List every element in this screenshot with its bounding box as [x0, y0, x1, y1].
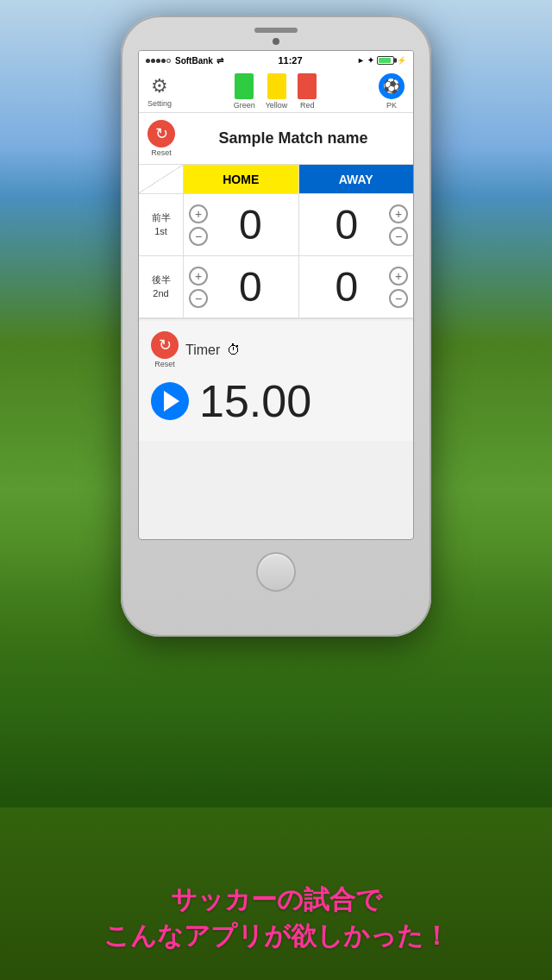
match-reset-label: Reset [151, 148, 172, 157]
bluetooth-icon: ✦ [367, 56, 374, 65]
timer-reset-label: Reset [154, 360, 175, 368]
first-half-en: 1st [154, 225, 167, 238]
gps-icon: ► [357, 56, 365, 65]
green-card-icon [235, 73, 254, 99]
away-1st-minus-button[interactable]: − [389, 227, 408, 246]
signal-dot-4 [161, 59, 166, 63]
home-1st-controls: + − [189, 204, 208, 246]
home-2nd-minus-button[interactable]: − [189, 289, 208, 308]
phone-bottom [256, 540, 296, 600]
timer-header: ↻ Reset Timer ⏱ [151, 331, 401, 368]
timer-section: ↻ Reset Timer ⏱ 15.00 [139, 321, 413, 441]
red-card-label: Red [300, 101, 315, 110]
away-2nd-controls: + − [389, 267, 408, 308]
pk-button[interactable]: ⚽ PK [379, 73, 405, 110]
away-2nd-plus-button[interactable]: + [389, 267, 408, 286]
first-half-label: 前半 1st [139, 194, 184, 255]
match-reset-icon: ↻ [147, 120, 175, 148]
bottom-text-line1: サッカーの試合で [0, 882, 552, 918]
home-2nd-controls: + − [189, 267, 208, 308]
second-half-row: 後半 2nd + − 0 0 + − [139, 256, 413, 318]
toolbar: ⚙ Setting Green Yellow Red ⚽ [139, 70, 413, 113]
signal-dot-2 [151, 59, 155, 63]
away-2nd-minus-button[interactable]: − [389, 289, 408, 308]
setting-label: Setting [147, 99, 172, 108]
home-2nd-cell: + − 0 [184, 256, 299, 317]
setting-button[interactable]: ⚙ Setting [147, 75, 172, 108]
yellow-card-button[interactable]: Yellow [266, 73, 288, 110]
home-1st-plus-button[interactable]: + [189, 204, 208, 223]
away-1st-score: 0 [304, 201, 390, 248]
second-half-ja: 後半 [152, 273, 171, 286]
battery-fill [379, 58, 391, 63]
timer-reset-icon: ↻ [151, 331, 179, 359]
away-1st-cell: 0 + − [299, 194, 414, 255]
soccer-ball-icon: ⚽ [379, 73, 405, 99]
match-reset-button[interactable]: ↻ Reset [147, 120, 175, 157]
battery-indicator [377, 56, 394, 65]
red-card-button[interactable]: Red [298, 73, 317, 110]
home-1st-cell: + − 0 [184, 194, 299, 255]
first-half-row: 前半 1st + − 0 0 + − [139, 194, 413, 256]
score-board: HOME AWAY 前半 1st + − 0 0 [139, 165, 413, 319]
away-header: AWAY [299, 165, 414, 194]
phone-speaker [254, 28, 298, 33]
timer-label: Timer [185, 342, 220, 358]
timer-display-row: 15.00 [151, 375, 401, 427]
home-1st-minus-button[interactable]: − [189, 227, 208, 246]
home-2nd-plus-button[interactable]: + [189, 267, 208, 286]
home-1st-score: 0 [208, 201, 293, 248]
match-name-section: ↻ Reset Sample Match name [139, 113, 413, 165]
charging-icon: ⚡ [397, 56, 406, 65]
signal-dot-5 [166, 59, 171, 63]
score-header: HOME AWAY [139, 165, 413, 194]
wifi-icon: ⇌ [216, 56, 223, 66]
signal-dot-1 [146, 59, 150, 63]
green-card-button[interactable]: Green [234, 73, 255, 110]
away-2nd-score: 0 [304, 263, 390, 311]
battery-tip [394, 59, 397, 63]
phone-top [121, 16, 431, 45]
pk-label: PK [386, 101, 397, 110]
green-card-label: Green [234, 101, 255, 110]
timer-reset-button[interactable]: ↻ Reset [151, 331, 179, 368]
signal-dot-3 [156, 59, 160, 63]
phone-frame: SoftBank ⇌ 11:27 ► ✦ ⚡ ⚙ Setting [121, 16, 431, 637]
red-card-icon [298, 73, 317, 99]
score-corner [139, 165, 184, 194]
yellow-card-label: Yellow [266, 101, 288, 110]
phone-camera [273, 38, 279, 45]
status-time: 11:27 [278, 55, 302, 66]
carrier-label: SoftBank [175, 56, 213, 66]
status-bar: SoftBank ⇌ 11:27 ► ✦ ⚡ [139, 51, 413, 70]
away-1st-plus-button[interactable]: + [389, 204, 408, 223]
home-button[interactable] [256, 552, 296, 592]
status-left: SoftBank ⇌ [146, 56, 223, 66]
bottom-text-container: サッカーの試合で こんなアプリが欲しかった！ [0, 882, 552, 954]
away-1st-controls: + − [389, 204, 408, 246]
status-right: ► ✦ ⚡ [357, 56, 406, 65]
bottom-text-line2: こんなアプリが欲しかった！ [0, 918, 552, 954]
stopwatch-icon: ⏱ [227, 342, 241, 358]
home-header: HOME [184, 165, 299, 194]
timer-value: 15.00 [199, 375, 311, 427]
second-half-label: 後半 2nd [139, 256, 184, 317]
gear-icon: ⚙ [151, 75, 168, 97]
second-half-en: 2nd [153, 287, 168, 300]
first-half-ja: 前半 [152, 211, 171, 224]
cards-group: Green Yellow Red [234, 73, 317, 110]
play-icon [164, 391, 179, 411]
phone-screen: SoftBank ⇌ 11:27 ► ✦ ⚡ ⚙ Setting [138, 50, 414, 540]
away-2nd-cell: 0 + − [299, 256, 414, 317]
home-2nd-score: 0 [208, 263, 293, 311]
yellow-card-icon [267, 73, 286, 99]
play-button[interactable] [151, 382, 189, 420]
match-name-text[interactable]: Sample Match name [182, 129, 405, 148]
